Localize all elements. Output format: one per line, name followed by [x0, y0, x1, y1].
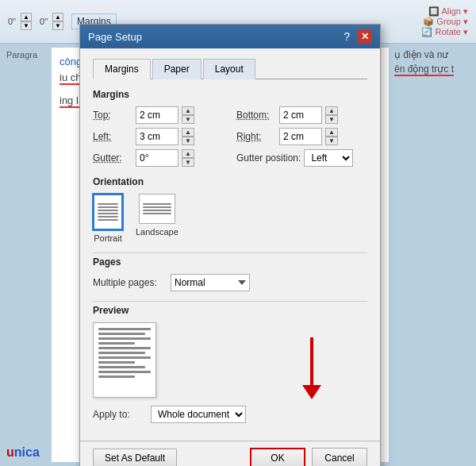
- preview-line5: [98, 347, 151, 349]
- unica-u: u: [6, 445, 14, 459]
- dialog-help-button[interactable]: ?: [344, 30, 350, 43]
- margins-section-title: Margins: [93, 89, 367, 100]
- preview-box: [93, 322, 156, 398]
- dialog-overlay: Page Setup ? ✕ Margins Paper Layout Marg…: [0, 0, 476, 466]
- preview-line9: [98, 366, 145, 368]
- gutter-position-field-row: Gutter position: Left: [236, 149, 367, 167]
- right-input[interactable]: [279, 128, 322, 145]
- dialog-tabs: Margins Paper Layout: [93, 58, 367, 79]
- portrait-line6: [98, 219, 118, 221]
- left-label: Left:: [93, 131, 132, 142]
- gutter-position-label: Gutter position:: [236, 152, 301, 164]
- left-field-row: Left: ▲ ▼: [93, 128, 224, 145]
- portrait-line2: [98, 206, 118, 208]
- left-spinner: ▲ ▼: [182, 128, 194, 145]
- preview-line3: [98, 337, 151, 340]
- landscape-line3: [143, 210, 171, 211]
- landscape-icon: [139, 194, 175, 224]
- preview-line6: [98, 352, 145, 354]
- top-input[interactable]: [136, 106, 178, 124]
- apply-to-label: Apply to:: [93, 409, 144, 420]
- pages-row: Multiple pages: Normal: [93, 274, 367, 291]
- tab-paper[interactable]: Paper: [152, 59, 202, 79]
- dialog-close-button[interactable]: ✕: [358, 29, 372, 44]
- apply-to-select-wrapper: Whole document: [151, 406, 246, 423]
- portrait-icon: [93, 194, 123, 230]
- pages-section: Pages Multiple pages: Normal: [93, 252, 367, 291]
- portrait-line4: [98, 213, 118, 214]
- preview-line1: [98, 328, 151, 330]
- bottom-field-row: Bottom: ▲ ▼: [236, 106, 367, 124]
- portrait-label: Portrait: [94, 233, 121, 243]
- preview-line8: [98, 361, 135, 364]
- portrait-line3: [98, 210, 118, 211]
- portrait-line5: [98, 216, 118, 218]
- landscape-line2: [143, 206, 171, 208]
- orientation-options: Portrait Landscape: [93, 194, 367, 243]
- preview-section: Preview: [93, 301, 367, 398]
- bottom-spin-up[interactable]: ▲: [325, 106, 338, 115]
- unica-logo: unica: [6, 445, 40, 460]
- gutter-field-row: Gutter: ▲ ▼: [93, 149, 224, 167]
- landscape-option[interactable]: Landscape: [136, 194, 178, 243]
- gutter-spin-down[interactable]: ▼: [182, 158, 194, 167]
- dialog-footer: Set As Default OK Cancel: [80, 441, 380, 466]
- apply-to-row: Apply to: Whole document: [93, 406, 367, 423]
- preview-line11: [98, 375, 135, 378]
- pages-title: Pages: [93, 256, 367, 268]
- landscape-label: Landscape: [136, 227, 178, 237]
- bottom-label: Bottom:: [236, 110, 276, 121]
- bottom-input[interactable]: [279, 106, 322, 124]
- top-spin-down[interactable]: ▼: [182, 115, 194, 124]
- multiple-pages-label: Multiple pages:: [93, 277, 164, 288]
- preview-line2: [98, 333, 145, 335]
- portrait-option[interactable]: Portrait: [93, 194, 123, 243]
- bottom-spinner: ▲ ▼: [325, 106, 338, 124]
- gutter-spinner: ▲ ▼: [182, 149, 194, 167]
- gutter-position-select-wrapper: Left: [304, 149, 353, 167]
- preview-title: Preview: [93, 305, 367, 316]
- left-spin-up[interactable]: ▲: [182, 128, 194, 137]
- preview-line4: [98, 342, 135, 345]
- apply-to-select[interactable]: Whole document: [151, 406, 246, 423]
- cancel-button[interactable]: Cancel: [312, 448, 367, 466]
- landscape-line4: [143, 213, 171, 214]
- multiple-pages-select-wrapper: Normal: [171, 274, 250, 291]
- top-label: Top:: [93, 110, 132, 121]
- top-spin-up[interactable]: ▲: [182, 106, 194, 115]
- right-spinner: ▲ ▼: [325, 128, 338, 145]
- bottom-spin-down[interactable]: ▼: [325, 115, 338, 124]
- page-setup-dialog: Page Setup ? ✕ Margins Paper Layout Marg…: [79, 24, 381, 466]
- dialog-titlebar: Page Setup ? ✕: [80, 25, 380, 48]
- right-field-row: Right: ▲ ▼: [236, 128, 367, 145]
- set-as-default-button[interactable]: Set As Default: [93, 449, 177, 466]
- unica-rest: nica: [14, 445, 40, 459]
- left-input[interactable]: [136, 128, 178, 145]
- top-field-row: Top: ▲ ▼: [93, 106, 224, 124]
- btn-right-group: OK Cancel: [250, 448, 367, 466]
- dialog-title-controls: ? ✕: [344, 29, 372, 44]
- gutter-position-select[interactable]: Left: [304, 149, 353, 167]
- tab-margins[interactable]: Margins: [93, 59, 151, 79]
- tab-layout[interactable]: Layout: [203, 59, 255, 79]
- preview-lines: [98, 328, 151, 378]
- orientation-section: Orientation: [93, 176, 367, 243]
- landscape-line1: [143, 203, 171, 205]
- right-label: Right:: [236, 131, 276, 142]
- preview-line7: [98, 356, 151, 359]
- margins-grid: Top: ▲ ▼ Bottom: ▲ ▼: [93, 106, 367, 167]
- dialog-title: Page Setup: [88, 31, 142, 43]
- gutter-label: Gutter:: [93, 152, 132, 164]
- portrait-line1: [98, 203, 118, 205]
- right-spin-down[interactable]: ▼: [325, 137, 338, 145]
- right-spin-up[interactable]: ▲: [325, 128, 338, 137]
- multiple-pages-select[interactable]: Normal: [171, 274, 250, 291]
- orientation-title: Orientation: [93, 176, 367, 187]
- top-spinner: ▲ ▼: [182, 106, 194, 124]
- left-spin-down[interactable]: ▼: [182, 137, 194, 145]
- ok-button[interactable]: OK: [250, 448, 305, 466]
- gutter-input[interactable]: [136, 149, 178, 167]
- dialog-content: Margins Paper Layout Margins Top: ▲ ▼: [80, 48, 380, 441]
- gutter-spin-up[interactable]: ▲: [182, 149, 194, 158]
- preview-line10: [98, 371, 151, 373]
